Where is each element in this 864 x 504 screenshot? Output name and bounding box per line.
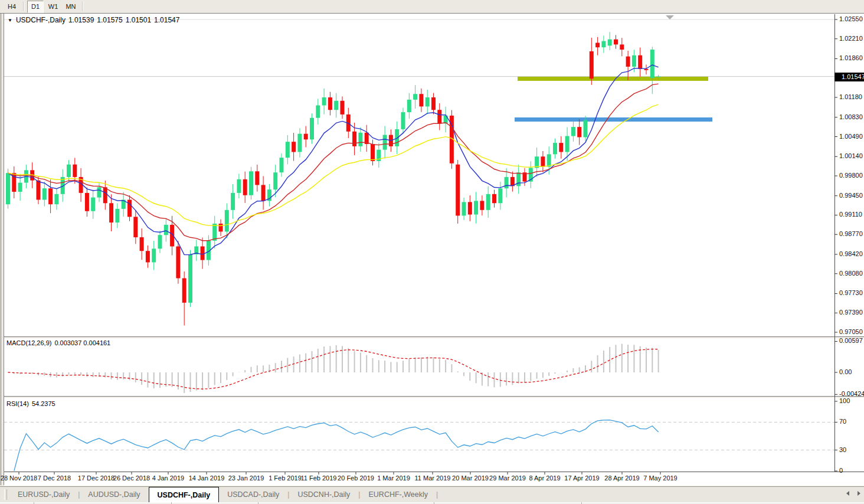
rsi-axis-label: 70	[839, 418, 846, 425]
tab-scroll-arrows	[846, 491, 860, 496]
support-level-line[interactable]	[515, 117, 712, 122]
rsi-label: RSI(14)54.2375	[6, 400, 58, 407]
price-axis-label: 0.97730	[839, 289, 863, 296]
chart-tab-usdchf[interactable]: USDCHF-,Daily	[149, 487, 220, 502]
rsi-axis-label: 0	[839, 467, 843, 474]
chart-shift-marker-icon[interactable]	[666, 15, 674, 19]
rsi-panel-plot	[4, 420, 834, 471]
scroll-right-icon[interactable]	[858, 491, 860, 496]
chart-tab-eurchf[interactable]: EURCHF-,Weekly	[360, 487, 436, 502]
price-axis-label: 1.01180	[839, 93, 862, 100]
price-axis-label: 1.01860	[839, 54, 863, 61]
price-axis-label: 1.02210	[839, 35, 863, 42]
chart-tab-usdcad[interactable]: USDCAD-,Daily	[219, 487, 287, 502]
collapse-triangle-icon[interactable]: ▼	[8, 18, 12, 23]
chart-tab-usdcnh[interactable]: USDCNH-,Daily	[289, 487, 358, 502]
rsi-axis-label: 30	[839, 446, 846, 453]
price-open: 1.01539	[68, 16, 94, 24]
price-grid	[4, 19, 834, 77]
price-axis-label: 1.00140	[839, 152, 863, 159]
candlestick-series	[6, 32, 660, 325]
price-axis-label: 0.99800	[839, 172, 863, 179]
chart-plot[interactable]	[0, 0, 864, 504]
chart-tab-eurusd[interactable]: EURUSD-,Daily	[9, 487, 78, 502]
price-axis-label: 0.98770	[839, 230, 863, 237]
macd-axis-label: 0.00	[839, 368, 852, 375]
price-axis-label: 0.98080	[839, 270, 863, 277]
chart-tab-bar: EURUSD-,Daily|AUDUSD-,DailyUSDCHF-,Daily…	[0, 486, 864, 502]
price-axis-label: 0.98420	[839, 250, 863, 257]
macd-label: MACD(12,26,9)0.003037 0.004161	[6, 339, 113, 346]
tab-separator: |	[436, 487, 438, 502]
current-price-tag[interactable]: 1.01547	[834, 73, 864, 81]
symbol-name: USDCHF-,Daily	[16, 16, 66, 24]
price-axis-label: 0.97390	[839, 309, 863, 316]
price-axis-label: 0.97050	[839, 328, 863, 335]
price-axis-label: 0.99110	[839, 211, 862, 218]
moving-average-lines	[8, 65, 659, 255]
price-close: 1.01547	[154, 16, 179, 24]
time-axis-label: 7 May 2019	[634, 474, 687, 482]
rsi-name: RSI(14)	[6, 400, 29, 407]
macd-axis-label: -0.004243	[839, 390, 864, 397]
scroll-left-icon[interactable]	[846, 491, 849, 496]
chart-tab-audusd[interactable]: AUDUSD-,Daily	[80, 487, 148, 502]
macd-name: MACD(12,26,9)	[6, 339, 51, 346]
ma-fast-blue	[8, 65, 659, 255]
rsi-axis-label: 100	[839, 397, 850, 404]
macd-values: 0.003037 0.004161	[54, 339, 110, 346]
macd-histogram	[8, 344, 659, 393]
price-axis-label: 0.99450	[839, 192, 863, 199]
rsi-value: 54.2375	[32, 400, 55, 407]
macd-signal-line	[8, 349, 659, 390]
price-low: 1.01501	[126, 16, 151, 24]
resistance-level-line[interactable]	[518, 77, 708, 81]
price-high: 1.01575	[97, 16, 122, 24]
price-axis-label: 1.02550	[839, 15, 863, 22]
tab-bar-grip[interactable]	[4, 489, 7, 500]
macd-axis-label: 0.00597	[839, 337, 863, 344]
rsi-line	[14, 420, 659, 471]
price-axis-label: 1.00830	[839, 113, 863, 120]
chart-title: ▼ USDCHF-,Daily 1.01539 1.01575 1.01501 …	[8, 16, 182, 24]
price-axis-label: 1.00490	[839, 133, 863, 140]
